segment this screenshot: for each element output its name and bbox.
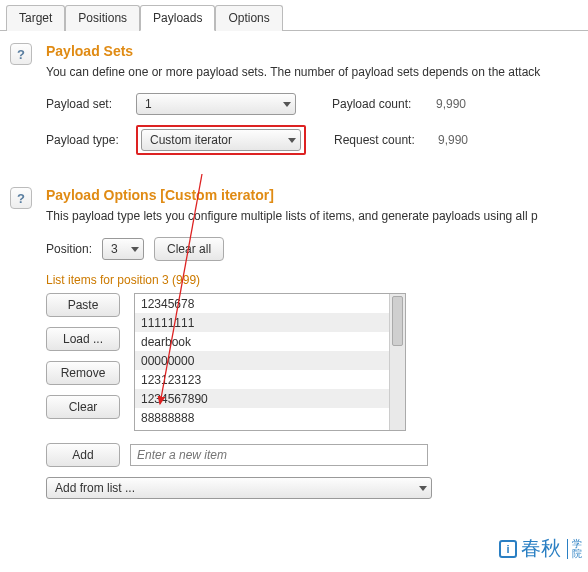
scroll-thumb[interactable] xyxy=(392,296,403,346)
tab-options[interactable]: Options xyxy=(215,5,282,31)
add-from-list-select[interactable]: Add from list ... xyxy=(46,477,432,499)
tab-target[interactable]: Target xyxy=(6,5,65,31)
help-button-sets[interactable]: ? xyxy=(10,43,32,65)
list-item[interactable]: 00000000 xyxy=(135,351,389,370)
tab-payloads[interactable]: Payloads xyxy=(140,5,215,31)
payload-set-label: Payload set: xyxy=(46,97,136,111)
section-payload-options: ? Payload Options [Custom iterator] This… xyxy=(0,163,588,503)
clear-all-button[interactable]: Clear all xyxy=(154,237,224,261)
position-label: Position: xyxy=(46,242,92,256)
remove-button[interactable]: Remove xyxy=(46,361,120,385)
add-button[interactable]: Add xyxy=(46,443,120,467)
clear-button[interactable]: Clear xyxy=(46,395,120,419)
watermark-brand: 春秋 xyxy=(521,535,561,562)
position-value: 3 xyxy=(111,242,118,256)
position-select[interactable]: 3 xyxy=(102,238,144,260)
chevron-down-icon xyxy=(283,102,291,107)
chevron-down-icon xyxy=(419,486,427,491)
payload-set-value: 1 xyxy=(145,97,152,111)
request-count-value: 9,990 xyxy=(434,132,472,148)
list-item[interactable]: 88888888 xyxy=(135,408,389,427)
tab-bar: Target Positions Payloads Options xyxy=(0,0,588,31)
payload-sets-title: Payload Sets xyxy=(46,43,578,59)
payload-count-value: 9,990 xyxy=(432,96,470,112)
payload-options-title: Payload Options [Custom iterator] xyxy=(46,187,578,203)
section-payload-sets: ? Payload Sets You can define one or mor… xyxy=(0,31,588,163)
list-items-heading: List items for position 3 (999) xyxy=(46,273,578,287)
list-item[interactable]: 12345678 xyxy=(135,294,389,313)
help-button-options[interactable]: ? xyxy=(10,187,32,209)
list-item[interactable]: 1234567890 xyxy=(135,389,389,408)
new-item-input[interactable] xyxy=(130,444,428,466)
list-item[interactable]: 11111111 xyxy=(135,313,389,332)
paste-button[interactable]: Paste xyxy=(46,293,120,317)
payload-sets-desc: You can define one or more payload sets.… xyxy=(46,65,578,79)
payload-type-value: Custom iterator xyxy=(150,133,232,147)
tab-positions[interactable]: Positions xyxy=(65,5,140,31)
add-from-list-value: Add from list ... xyxy=(55,481,135,495)
load-button[interactable]: Load ... xyxy=(46,327,120,351)
payload-type-select[interactable]: Custom iterator xyxy=(141,129,301,151)
watermark: i 春秋 学院 xyxy=(499,535,582,562)
chevron-down-icon xyxy=(288,138,296,143)
payload-count-label: Payload count: xyxy=(332,97,432,111)
payload-options-desc: This payload type lets you configure mul… xyxy=(46,209,578,223)
payload-set-select[interactable]: 1 xyxy=(136,93,296,115)
items-listbox[interactable]: 12345678 11111111 dearbook 00000000 1231… xyxy=(134,293,406,431)
list-item[interactable]: 123123123 xyxy=(135,370,389,389)
watermark-logo-icon: i xyxy=(499,540,517,558)
watermark-sub: 学院 xyxy=(567,539,582,559)
payload-type-label: Payload type: xyxy=(46,133,136,147)
scrollbar[interactable] xyxy=(389,294,405,430)
request-count-label: Request count: xyxy=(334,133,434,147)
payload-type-highlight: Custom iterator xyxy=(136,125,306,155)
list-item[interactable]: dearbook xyxy=(135,332,389,351)
chevron-down-icon xyxy=(131,247,139,252)
